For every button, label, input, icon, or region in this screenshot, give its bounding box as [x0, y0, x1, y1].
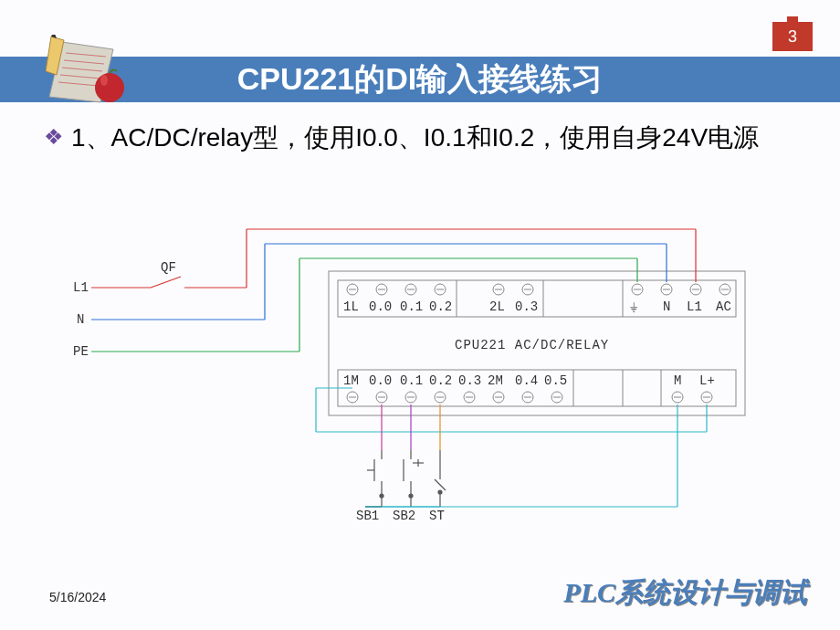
- tt-3: 0.2: [429, 299, 452, 314]
- tt-5: 2L: [489, 299, 505, 314]
- page-number: 3: [788, 27, 797, 47]
- svg-point-9: [100, 75, 108, 86]
- dev-sb1: SB1: [356, 509, 379, 523]
- footer-date: 5/16/2024: [49, 590, 106, 604]
- bt-3: 0.2: [429, 373, 452, 388]
- dev-sb2: SB2: [393, 509, 415, 523]
- label-module: CPU221 AC/DC/RELAY: [455, 338, 609, 352]
- footer-brand: PLC系统设计与调试: [563, 574, 807, 612]
- bt-4: 0.3: [458, 373, 481, 388]
- label-l1: L1: [73, 280, 89, 295]
- svg-line-60: [151, 277, 181, 288]
- bt-12: L+: [699, 373, 715, 388]
- tt-1: 0.0: [369, 299, 392, 314]
- label-pe: PE: [73, 344, 89, 359]
- page-number-badge: 3: [772, 22, 813, 51]
- tt-11: L1: [687, 299, 702, 314]
- slide-title: CPU221的DI输入接线练习: [237, 58, 604, 100]
- bullet-point: ❖1、AC/DC/relay型，使用I0.0、I0.1和I0.2，使用自身24V…: [44, 121, 793, 155]
- bt-5: 2M: [488, 373, 503, 388]
- dev-st: ST: [429, 509, 445, 523]
- tt-9: ⏚: [630, 299, 637, 314]
- bt-7: 0.5: [544, 373, 567, 388]
- bt-0: 1M: [343, 373, 359, 388]
- label-qf: QF: [161, 260, 176, 275]
- bt-6: 0.4: [515, 373, 538, 388]
- tt-10: N: [663, 299, 670, 314]
- bullet-diamond-icon: ❖: [44, 124, 64, 149]
- svg-point-95: [409, 494, 413, 498]
- svg-point-87: [380, 494, 383, 498]
- bt-2: 0.1: [400, 373, 423, 388]
- tt-12: AC: [716, 299, 731, 314]
- bt-1: 0.0: [369, 373, 392, 388]
- tt-2: 0.1: [400, 299, 423, 314]
- tt-6: 0.3: [515, 299, 538, 314]
- notebook-icon: [46, 35, 146, 108]
- tt-0: 1L: [343, 299, 359, 314]
- bt-11: M: [674, 373, 681, 388]
- svg-point-98: [438, 490, 442, 494]
- svg-point-8: [95, 73, 124, 102]
- bullet-text: 1、AC/DC/relay型，使用I0.0、I0.1和I0.2，使用自身24V电…: [71, 123, 759, 152]
- wiring-diagram: L1 N PE QF CPU221 AC/DC/RELAY 1L 0.0 0.1…: [64, 205, 758, 520]
- label-n: N: [77, 312, 84, 327]
